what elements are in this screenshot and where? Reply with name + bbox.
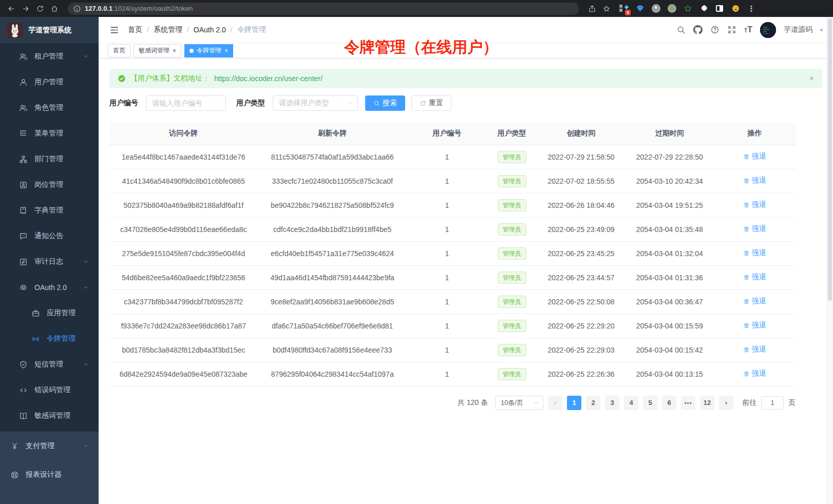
sidebar-item[interactable]: OAuth 2.0 [0,275,99,300]
refresh-token-cell: 811c530487574fa0af1a59d3abc1aa66 [258,145,407,169]
address-bar[interactable]: 127.0.0.1:1024/system/oauth2/token [68,3,579,15]
green-star-extension-icon[interactable] [683,4,693,14]
sidebar-item[interactable]: 敏感词管理 [0,403,99,429]
page-ellipsis[interactable]: ••• [681,396,695,410]
asterisk-extension-icon[interactable]: * [651,4,661,14]
sidebar-item-label: 审计日志 [34,257,63,266]
user-type-select[interactable]: 请选择用户类型 [273,95,358,111]
force-logout-button[interactable]: 强退 [743,297,766,306]
sidebar-item[interactable]: 岗位管理 [0,172,99,198]
sidebar-item[interactable]: 审计日志 [0,249,99,275]
force-logout-button[interactable]: 强退 [743,345,766,354]
page-content: 【用户体系】文档地址： https://doc.iocoder.cn/user-… [99,59,833,504]
reset-button[interactable]: 重置 [411,95,451,111]
force-logout-button[interactable]: 强退 [743,369,766,378]
user-id-input[interactable] [146,95,226,111]
sidebar-item-label: 支付管理 [26,441,54,451]
user-type-cell: 管理员 [487,314,537,338]
alert-close-icon[interactable]: × [809,74,814,83]
sidepanel-icon[interactable] [714,4,725,14]
view-tab[interactable]: 敏感词管理 × [134,44,181,57]
force-logout-button[interactable]: 强退 [743,321,766,330]
sidebar-item-label: 短信管理 [34,360,63,369]
page-size-select[interactable]: 10条/页 [495,396,543,410]
recorder-extension-icon[interactable] [667,4,677,14]
next-page-button[interactable]: › [719,396,733,410]
sidebar-item[interactable]: 报表设计器 [0,460,99,489]
sidebar-item-label: 用户管理 [34,77,63,87]
total-count: 共 120 条 [458,398,488,408]
view-tab[interactable]: 令牌管理 × [184,44,233,57]
sidebar-item[interactable]: 部门管理 [0,146,99,172]
search-icon[interactable] [676,25,686,34]
created-cell: 2022-06-26 18:04:46 [537,193,625,217]
profile-avatar-icon[interactable] [730,4,741,14]
extension-stack-icon[interactable]: 9 [619,4,629,14]
scrollbar-thumb[interactable] [828,18,832,301]
puzzle-extensions-icon[interactable] [698,4,709,14]
page-button[interactable]: 6 [662,396,676,410]
help-icon[interactable] [710,25,720,34]
prev-page-button[interactable]: ‹ [548,396,562,410]
url-text[interactable]: 127.0.0.1:1024/system/oauth2/token [85,5,193,12]
sidebar-item[interactable]: 短信管理 [0,352,99,377]
sidebar-item-label: 租户管理 [34,52,63,61]
bookmark-star-icon[interactable] [600,3,613,15]
sidebar-item[interactable]: 租户管理 [0,44,99,69]
doc-link[interactable]: https://doc.iocoder.cn/user-center/ [214,74,323,83]
force-logout-button[interactable]: 强退 [743,152,766,161]
browser-back-icon[interactable] [5,3,17,15]
force-logout-button[interactable]: 强退 [743,176,766,185]
page-button[interactable]: 12 [700,396,714,410]
browser-menu-icon[interactable]: ⋮ [746,4,756,14]
column-header: 过期时间 [626,122,714,145]
refresh-icon [420,100,426,107]
sidebar-item[interactable]: 字典管理 [0,198,99,223]
font-size-icon[interactable]: TT [744,26,752,34]
breadcrumb-item[interactable]: OAuth 2.0 [194,26,226,34]
force-logout-button[interactable]: 强退 [743,273,766,282]
caret-down-icon[interactable]: ▾ [820,27,823,33]
page-button[interactable]: 5 [643,396,657,410]
sidebar-item[interactable]: 菜单管理 [0,121,99,146]
app-logo[interactable]: 芋道管理系统 [0,17,99,43]
sidebar-item[interactable]: 角色管理 [0,95,99,121]
site-info-icon[interactable] [73,3,81,15]
sidebar-item[interactable]: 用户管理 [0,69,99,95]
page-button[interactable]: 4 [624,396,638,410]
sidebar-item[interactable]: 错误码管理 [0,377,99,403]
breadcrumb-item[interactable]: 首页 [128,25,142,34]
access-token-cell: f9336e7c7dd242a283ee98dc86b17a87 [109,314,258,338]
sidebar-item[interactable]: 支付管理 [0,432,99,460]
close-icon[interactable]: × [173,48,176,54]
browser-home-icon[interactable] [48,3,61,15]
sidebar-item[interactable]: 应用管理 [0,300,99,326]
sidebar-item[interactable]: 通知公告 [0,223,99,249]
sidebar-item[interactable]: 令牌管理 [0,326,99,352]
fullscreen-icon[interactable] [727,25,736,34]
goto-page-input[interactable] [761,396,784,410]
avatar[interactable] [760,22,776,38]
shield-icon [19,360,28,369]
hamburger-icon[interactable] [109,25,119,35]
user-name[interactable]: 芋道源码 [784,25,812,34]
gem-extension-icon[interactable] [635,4,645,14]
browser-forward-icon[interactable] [20,3,32,15]
action-cell: 强退 [714,265,796,289]
browser-reload-icon[interactable] [34,3,46,15]
github-icon[interactable] [693,25,703,34]
force-logout-button[interactable]: 强退 [743,248,766,258]
expires-cell: 2022-07-29 22:28:50 [626,145,714,169]
page-button[interactable]: 1 [567,396,581,410]
extension-badge: 9 [625,10,631,15]
page-button[interactable]: 3 [605,396,619,410]
search-button[interactable]: 搜索 [365,95,405,111]
breadcrumb-item[interactable]: 系统管理 [154,25,182,34]
share-icon[interactable] [586,3,598,15]
force-logout-button[interactable]: 强退 [743,200,766,209]
close-icon[interactable]: × [224,48,228,54]
scrollbar[interactable] [826,17,833,504]
force-logout-button[interactable]: 强退 [743,224,766,234]
view-tab[interactable]: 首页 [108,44,130,57]
page-button[interactable]: 2 [586,396,600,410]
